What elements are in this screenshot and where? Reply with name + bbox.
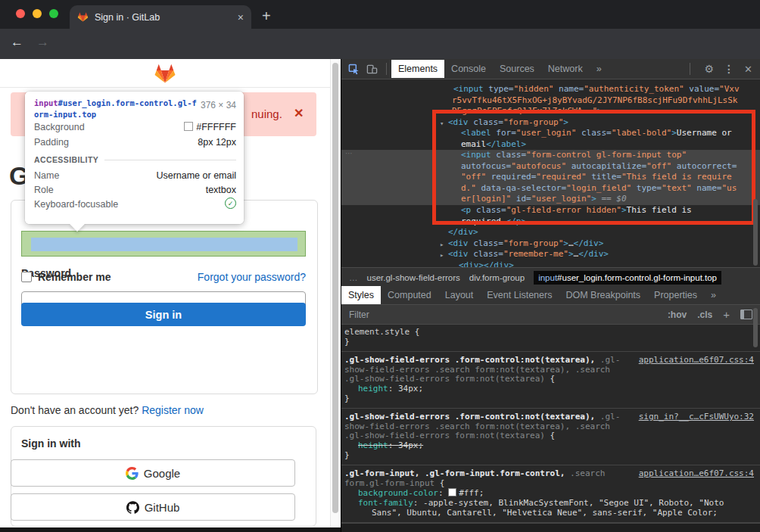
tooltip-element-size: 376 × 34 xyxy=(201,100,236,110)
styles-tab-bar: StylesComputedLayoutEvent ListenersDOM B… xyxy=(341,286,760,305)
css-property[interactable]: background-color: #fff; xyxy=(344,488,755,499)
dom-tree-line[interactable]: er[login]" id="user_login"> == $0 xyxy=(341,194,760,205)
background-color-swatch xyxy=(184,122,193,131)
styles-pane[interactable]: element.style {}application…e6f07.css:4.… xyxy=(341,324,760,524)
new-style-rule-button[interactable]: + xyxy=(723,308,730,321)
dom-tree-line[interactable]: <input type="hidden" name="authenticity_… xyxy=(341,84,760,95)
dom-tree-line[interactable]: <label for="user_login" class="label-bol… xyxy=(341,128,760,139)
register-now-link[interactable]: Register now xyxy=(142,404,204,416)
username-input[interactable] xyxy=(21,231,306,257)
css-property[interactable]: font-family: -apple-system, BlinkMacSyst… xyxy=(344,499,755,518)
gear-icon[interactable]: ⚙ xyxy=(705,63,715,75)
css-rule[interactable]: sign_in?__c…cFsUWUyo:32.gl-show-field-er… xyxy=(341,409,760,465)
css-rule[interactable]: application…e6f07.css:4.gl-form-input, .… xyxy=(341,465,760,523)
breadcrumb-item[interactable]: user.gl-show-field-errors xyxy=(367,273,460,282)
tooltip-role-row: Roletextbox xyxy=(34,185,236,197)
dom-tree-line[interactable]: ▸<div class="remember-me">…</div> xyxy=(341,249,760,260)
color-swatch[interactable] xyxy=(448,488,456,496)
dom-tree-line[interactable]: r5vvTfku46tX5FhxOG+j8yBYvadG/2JY7NP6fB8s… xyxy=(341,95,760,107)
dom-tree-line[interactable]: <input class="form-control gl-form-input… xyxy=(341,150,760,161)
styles-more-tabs-icon[interactable]: » xyxy=(704,286,723,304)
dom-tree-line[interactable]: D5gnzPe5PEnfrQ1JFu7lZekCWA=="> xyxy=(341,106,760,117)
titlebar: Sign in · GitLab × + xyxy=(0,0,760,29)
class-toggle[interactable]: .cls xyxy=(697,310,712,320)
css-rule[interactable]: application…e6f07.css:4.gl-show-field-er… xyxy=(341,352,760,409)
more-tabs-icon[interactable]: » xyxy=(590,60,609,78)
dom-tree-line[interactable]: required.</p> xyxy=(341,216,760,228)
back-icon[interactable]: ← xyxy=(11,35,23,50)
browser-window: Sign in · GitLab × + ← → gitlab.com/user… xyxy=(0,0,760,532)
styles-tab-layout[interactable]: Layout xyxy=(438,286,481,304)
page-scrollbar[interactable] xyxy=(330,59,341,527)
toolbar-separator xyxy=(386,63,387,75)
dom-tree-line[interactable]: ▸<div class="form-group">…</div> xyxy=(341,238,760,250)
forgot-password-link[interactable]: Forgot your password? xyxy=(198,271,306,283)
github-signin-button[interactable]: GitHub xyxy=(11,493,295,521)
filter-input[interactable]: Filter xyxy=(349,310,657,320)
remember-me-label: Remember me xyxy=(38,271,111,283)
styles-tab-styles[interactable]: Styles xyxy=(341,286,381,304)
dom-tree-line[interactable]: <p class="gl-field-error hidden">This fi… xyxy=(341,205,760,216)
dom-tree-line[interactable]: ▾<div class="form-group"> xyxy=(341,117,760,129)
stylesheet-source-link[interactable]: application…e6f07.css:4 xyxy=(639,469,754,479)
devtools-tab-console[interactable]: Console xyxy=(444,60,493,78)
dom-tree-line[interactable]: d." data-qa-selector="login_field" type=… xyxy=(341,183,760,194)
devtools-menu-kebab-icon[interactable]: ⋮ xyxy=(724,63,734,75)
styles-scrollbar-thumb[interactable] xyxy=(753,308,758,347)
devtools-tab-network[interactable]: Network xyxy=(541,60,590,78)
sidebar-layout-icon[interactable] xyxy=(740,310,752,319)
google-button-label: Google xyxy=(144,467,180,480)
navigation-bar: ← → gitlab.com/users/sign_in?__cf_chl_js… xyxy=(0,29,760,59)
breadcrumb-item[interactable]: … xyxy=(349,273,358,282)
page-scrollbar-thumb[interactable] xyxy=(332,63,338,513)
css-property[interactable]: height: 34px; xyxy=(344,384,755,394)
expand-arrow-icon[interactable]: ▸ xyxy=(440,239,444,250)
dom-tree-line[interactable]: autofocus="autofocus" autocapitalize="of… xyxy=(341,161,760,173)
dom-tree-line[interactable]: "off" required="required" title="This fi… xyxy=(341,172,760,183)
new-tab-button[interactable]: + xyxy=(262,8,271,25)
dom-tree-line[interactable]: </div> xyxy=(341,227,760,238)
gitlab-favicon-icon xyxy=(77,11,89,23)
inspect-element-icon[interactable] xyxy=(348,64,360,75)
alert-close-icon[interactable]: ✕ xyxy=(294,106,304,120)
inspect-content-highlight xyxy=(31,238,297,251)
collapse-arrow-icon[interactable]: ▾ xyxy=(440,118,444,129)
tooltip-accessibility-title: ACCESSIBILITY xyxy=(34,155,236,164)
styles-tab-dom-breakpoints[interactable]: DOM Breakpoints xyxy=(559,286,647,304)
stylesheet-source-link[interactable]: sign_in?__c…cFsUWUyo:32 xyxy=(639,412,754,422)
sign-in-with-label: Sign in with xyxy=(21,437,81,450)
elements-tree[interactable]: <input type="hidden" name="authenticity_… xyxy=(341,79,760,272)
browser-tab[interactable]: Sign in · GitLab × xyxy=(70,5,251,29)
minimize-window-button[interactable] xyxy=(33,9,42,18)
breadcrumb-item[interactable]: input#user_login.form-control.gl-form-in… xyxy=(534,271,721,285)
close-window-button[interactable] xyxy=(16,9,25,18)
google-signin-button[interactable]: Google xyxy=(11,459,295,487)
styles-tab-computed[interactable]: Computed xyxy=(381,286,438,304)
devtools-tab-sources[interactable]: Sources xyxy=(493,60,541,78)
devtools-toolbar: ElementsConsoleSourcesNetwork » ⚙ ⋮ ✕ xyxy=(341,59,760,79)
devtools-close-icon[interactable]: ✕ xyxy=(744,64,752,75)
tooltip-selector: input#user_login.form-control.gl-form-in… xyxy=(34,98,201,120)
devtools-tab-bar: ElementsConsoleSourcesNetwork xyxy=(391,60,590,78)
github-icon xyxy=(126,501,139,514)
remember-me-checkbox[interactable] xyxy=(21,272,32,282)
expand-arrow-icon[interactable]: ▸ xyxy=(440,250,444,261)
stylesheet-source-link[interactable]: application…e6f07.css:4 xyxy=(639,356,754,366)
maximize-window-button[interactable] xyxy=(49,9,58,18)
check-icon: ✓ xyxy=(225,198,236,209)
device-toolbar-icon[interactable] xyxy=(366,64,378,75)
dom-tree-line[interactable]: email</label> xyxy=(341,139,760,151)
sign-in-button[interactable]: Sign in xyxy=(21,303,306,326)
tooltip-focusable-row: Keyboard-focusable ✓ xyxy=(34,199,236,211)
css-rule[interactable]: element.style {} xyxy=(341,324,760,352)
breadcrumb: …user.gl-show-field-errorsdiv.form-group… xyxy=(341,267,760,287)
styles-tab-properties[interactable]: Properties xyxy=(647,286,704,304)
styles-tab-event-listeners[interactable]: Event Listeners xyxy=(480,286,559,304)
pseudo-state-toggle[interactable]: :hov xyxy=(668,310,687,320)
tab-close-icon[interactable]: × xyxy=(238,11,244,23)
devtools-tab-elements[interactable]: Elements xyxy=(391,60,444,78)
forward-icon[interactable]: → xyxy=(36,35,49,50)
elements-scrollbar-thumb[interactable] xyxy=(753,199,758,266)
breadcrumb-item[interactable]: div.form-group xyxy=(469,273,525,282)
css-property[interactable]: height: 34px; xyxy=(344,441,755,451)
